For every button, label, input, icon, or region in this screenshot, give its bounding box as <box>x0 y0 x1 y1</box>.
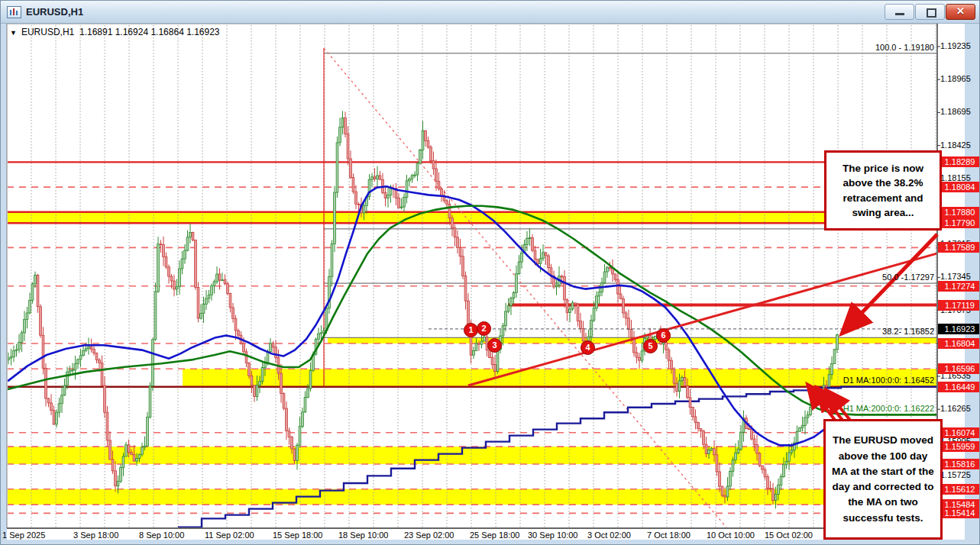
mt4-window: EURUSD,H1 ✕ ▼EURUSD,H1 1.16891 1.16924 1… <box>0 0 980 545</box>
chart-app-icon <box>7 6 21 18</box>
callout-ma-test[interactable]: The EURUSD moved above the 100 day MA at… <box>823 419 943 540</box>
header-high: 1.16924 <box>115 27 148 37</box>
chart-header: ▼EURUSD,H1 1.16891 1.16924 1.16864 1.169… <box>10 27 220 37</box>
maximize-button[interactable] <box>915 4 945 20</box>
close-button[interactable]: ✕ <box>946 4 975 20</box>
header-close: 1.16923 <box>186 27 219 37</box>
header-low: 1.16864 <box>150 27 183 37</box>
minimize-icon <box>895 13 904 15</box>
callout-retracement[interactable]: The price is now above the 38.2% retrace… <box>824 150 942 231</box>
minimize-button[interactable] <box>885 4 914 20</box>
window-title: EURUSD,H1 <box>26 6 83 18</box>
symbol-dropdown-icon[interactable]: ▼ <box>10 29 17 37</box>
callout-retracement-text: The price is now above the 38.2% retrace… <box>833 161 933 220</box>
callout-ma-test-text: The EURUSD moved above the 100 day MA at… <box>832 433 934 526</box>
chart-client-area: ▼EURUSD,H1 1.16891 1.16924 1.16864 1.169… <box>1 24 980 545</box>
maximize-icon <box>927 8 936 18</box>
window-titlebar: EURUSD,H1 ✕ <box>1 1 979 24</box>
header-symbol: EURUSD,H1 <box>21 27 74 37</box>
close-icon: ✕ <box>946 5 975 17</box>
window-controls: ✕ <box>885 4 975 20</box>
header-open: 1.16891 <box>79 27 112 37</box>
